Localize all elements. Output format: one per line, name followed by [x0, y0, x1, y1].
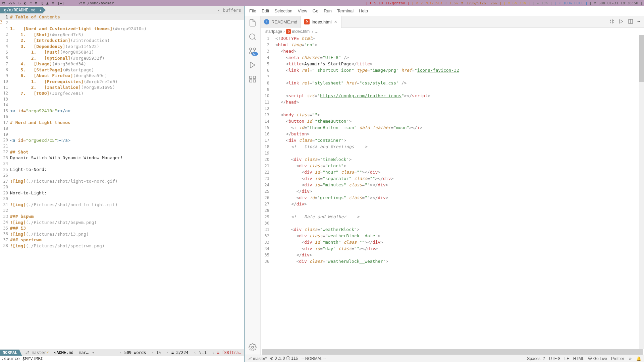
editor-line[interactable]: 19	[261, 150, 644, 156]
editor-line[interactable]: 9	[261, 86, 644, 93]
more-actions-icon[interactable]: ⋯	[637, 19, 640, 25]
vim-editor-line[interactable]: 8 5. [StartPage](#startpage)	[0, 67, 244, 73]
editor-line[interactable]: 14 <button id="themeButton">	[261, 118, 644, 124]
menu-item-help[interactable]: Help	[357, 8, 370, 14]
breadcrumb-segment[interactable]: …	[315, 29, 319, 34]
editor-line[interactable]: 11 </head>	[261, 99, 644, 105]
editor-line[interactable]: 33 <div id="month" class=""></div>	[261, 239, 644, 245]
status-problems[interactable]: ⊘ 0 ⚠ 0 ⓘ 116	[270, 356, 298, 361]
vim-editor-line[interactable]: 29Nord-to-Light:	[0, 190, 244, 196]
menu-item-selection[interactable]: Selection	[272, 8, 294, 14]
scrollbar-thumb[interactable]	[639, 35, 644, 82]
status-bell-icon[interactable]: 🔔	[636, 356, 641, 361]
editor-line[interactable]: 24 <div id="minutes" class=""></div>	[261, 182, 644, 188]
activity-settings-icon[interactable]	[249, 343, 257, 351]
vim-editor-line[interactable]: 1# Table of Contents	[0, 14, 244, 20]
status-language[interactable]: HTML	[573, 356, 584, 361]
vim-editor-line[interactable]: 34![img](./Pictures/shot/bspwm.png)	[0, 220, 244, 226]
vim-editor-line[interactable]: 6 2. [Optional](#orge85932f)	[0, 55, 244, 61]
vim-editor-line[interactable]: 18	[0, 126, 244, 132]
vim-editor-line[interactable]: 27![img](./Pictures/shot/light-to-nord.g…	[0, 178, 244, 184]
editor-line[interactable]: 20 <div class="timeBlock">	[261, 156, 644, 163]
tray-icon[interactable]: G	[17, 1, 22, 5]
editor-line[interactable]: 25 </div>	[261, 188, 644, 194]
vim-editor-line[interactable]: 17# Nord and Light themes	[0, 120, 244, 126]
run-icon[interactable]	[619, 19, 624, 25]
vim-editor-line[interactable]: 15<a id="orga92410c"></a>	[0, 108, 244, 114]
tray-icon[interactable]: ▲	[45, 1, 50, 5]
tray-icon[interactable]: ⧉	[1, 1, 6, 5]
vim-editor-line[interactable]: 30	[0, 196, 244, 202]
vim-editor-line[interactable]: 10 1. [Prerequisites](#orgb2ce2d0)	[0, 79, 244, 85]
editor-line[interactable]: 26 <div id="greetings" class=""></div>	[261, 194, 644, 201]
vim-editor-line[interactable]: 31![img](./Pictures/shot/nord-to-light.g…	[0, 202, 244, 208]
vim-editor-line[interactable]: 11. [Nord and Customized-light themes](#…	[0, 26, 244, 32]
tray-icon[interactable]: ⊞	[34, 1, 39, 5]
breadcrumb-segment[interactable]: startpage	[265, 29, 282, 34]
vim-editor[interactable]: 3 1# Table of Contents211. [Nord and Cus…	[0, 14, 244, 349]
status-encoding[interactable]: UTF-8	[549, 356, 560, 361]
editor-line[interactable]: 34 <div id="day" class=""></div>	[261, 245, 644, 252]
editor-line[interactable]: 4 <meta charset="UTF-8" />	[261, 54, 644, 61]
status-eol[interactable]: LF	[565, 356, 569, 361]
vim-editor-line[interactable]: 5 1. [Must](#org8050841)	[0, 49, 244, 55]
status-feedback-icon[interactable]: ☺	[628, 356, 632, 361]
editor-line[interactable]: 30	[261, 220, 644, 226]
tray-icon[interactable]: ♫	[40, 1, 44, 5]
editor-line[interactable]: 2<html lang="en">	[261, 42, 644, 48]
activity-run-debug-icon[interactable]	[249, 61, 257, 69]
tray-icon[interactable]: ↯	[29, 1, 33, 5]
vim-editor-line[interactable]: 33### bspwm	[0, 214, 244, 220]
editor-line[interactable]: 17 <div class="container">	[261, 137, 644, 143]
editor-line[interactable]: 35 </div>	[261, 252, 644, 258]
tray-icon[interactable]: ⊚	[51, 1, 55, 5]
vim-editor-line[interactable]: 38![img](./Pictures/shot/spectrwm.png)	[0, 243, 244, 249]
activity-extensions-icon[interactable]	[249, 75, 257, 83]
editor-line[interactable]: 6 <link rel=" shortcut icon" type="image…	[261, 67, 644, 73]
vim-editor-line[interactable]: 21	[0, 143, 244, 149]
editor-line[interactable]: 7	[261, 73, 644, 80]
editor-tab[interactable]: index.html×	[301, 16, 341, 28]
breadcrumb-segment[interactable]: index.html	[292, 29, 311, 34]
compare-changes-icon[interactable]	[609, 19, 614, 25]
vim-editor-line[interactable]: 12 7. [TODO](#orgfec7e81)	[0, 90, 244, 97]
vim-editor-line[interactable]: 36![img](./Pictures/shot/i3.png)	[0, 231, 244, 237]
menu-item-edit[interactable]: Edit	[260, 8, 271, 14]
editor-line[interactable]: 15 <i id="themeButton__icon" data-feathe…	[261, 124, 644, 131]
vim-editor-line[interactable]: 13	[0, 96, 244, 102]
editor-line[interactable]: 16 </button>	[261, 131, 644, 137]
vim-editor-line[interactable]: 24	[0, 161, 244, 167]
vim-editor-line[interactable]: 2	[0, 20, 244, 26]
split-editor-icon[interactable]	[628, 19, 633, 25]
editor-line[interactable]: 28	[261, 207, 644, 214]
editor-line[interactable]: 10 <script src="https://unpkg.com/feathe…	[261, 93, 644, 99]
activity-source-control-icon[interactable]: 50	[249, 47, 257, 55]
vim-command-line[interactable]: :source $MYVIMRC	[0, 356, 244, 362]
vim-buffers-label[interactable]: buffers	[218, 8, 241, 13]
vim-editor-line[interactable]: 2 1. [Shot](#org6ecd7c5)	[0, 32, 244, 38]
vim-editor-line[interactable]: 20<a id="org6ecd7c5"></a>	[0, 137, 244, 143]
vim-editor-line[interactable]: 32	[0, 208, 244, 214]
editor-line[interactable]: 13 <body class="">	[261, 112, 644, 118]
tray-icon[interactable]: [=]	[56, 1, 65, 5]
tab-close-icon[interactable]: ×	[334, 19, 338, 24]
status-go-live[interactable]: ⦿ Go Live	[588, 356, 607, 361]
vim-editor-line[interactable]: 37### spectrwm	[0, 237, 244, 243]
editor-line[interactable]: 12	[261, 105, 644, 112]
vim-editor-line[interactable]: 11 2. [Installation](#org5951695)	[0, 84, 244, 90]
menu-item-run[interactable]: Run	[322, 8, 334, 14]
status-git-branch[interactable]: ⎇ master*	[247, 356, 267, 361]
vim-tab-active[interactable]: g/n/README.md ✦	[0, 7, 46, 13]
editor-line[interactable]: 32 <div class="weatherBlock__date">	[261, 233, 644, 239]
menu-item-go[interactable]: Go	[311, 8, 320, 14]
editor-line[interactable]: 29 <!-- Date and Weather -->	[261, 214, 644, 220]
vim-editor-line[interactable]: 3 2. [Introduction](#introduction)	[0, 38, 244, 44]
activity-explorer-icon[interactable]	[249, 19, 257, 27]
editor-line[interactable]: 23 <div id="separator" class=""></div>	[261, 175, 644, 182]
editor-line[interactable]: 3 <head>	[261, 48, 644, 54]
activity-search-icon[interactable]	[249, 33, 257, 41]
editor-line[interactable]: 21 <div class="clock">	[261, 163, 644, 169]
vim-editor-line[interactable]: 23Dynamic Switch With Dynamic Window Man…	[0, 155, 244, 161]
status-prettier[interactable]: Prettier	[611, 356, 624, 361]
editor-line[interactable]: 5 <title>Ayamir's StartPage</title>	[261, 61, 644, 67]
